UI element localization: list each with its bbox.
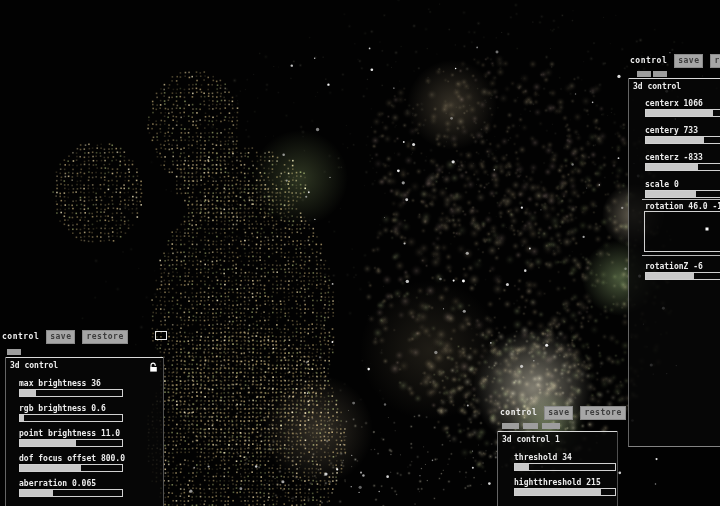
panel-title: 3d control xyxy=(6,357,163,371)
control-bar-label: control xyxy=(2,332,39,341)
slider-track[interactable] xyxy=(19,464,123,472)
slider-fill[interactable] xyxy=(646,110,713,116)
panel-tab-icon[interactable] xyxy=(653,71,667,77)
app-viewport: control save restore 3d control centerx … xyxy=(0,0,720,506)
slider-label: centerx 1066 xyxy=(645,99,720,108)
panel-title: 3d control 1 xyxy=(498,431,617,445)
control-bar-bottom-left: control save restore xyxy=(2,330,128,344)
divider xyxy=(642,199,720,200)
slider-fill[interactable] xyxy=(20,390,36,396)
slider-aberration: aberration 0.065 xyxy=(16,479,123,497)
slider-scale: scale 0 xyxy=(642,180,720,198)
slider-track[interactable] xyxy=(19,414,123,422)
save-button[interactable]: save xyxy=(674,54,703,68)
panel-3d-control-left: 3d control max brightness 36 rgb brightn… xyxy=(5,357,164,506)
slider-track[interactable] xyxy=(514,463,616,471)
control-bar-top-right: control save restore xyxy=(630,54,720,68)
slider-label: rotation 46.0 -13 xyxy=(645,202,720,211)
control-bar-bottom-mid: control save restore xyxy=(500,406,626,420)
restore-button[interactable]: restore xyxy=(710,54,720,68)
slider-centery: centery 733 xyxy=(642,126,720,144)
slider-dof-focus-offset: dof focus offset 800.0 xyxy=(16,454,125,472)
slider-fill[interactable] xyxy=(646,191,696,197)
restore-button[interactable]: restore xyxy=(580,406,625,420)
slider-max-brightness: max brightness 36 xyxy=(16,379,123,397)
slider-track[interactable] xyxy=(19,439,123,447)
collapse-box-icon[interactable] xyxy=(155,331,167,340)
panel-tab-icon[interactable] xyxy=(502,423,519,429)
slider-track[interactable] xyxy=(645,272,720,280)
slider-centerx: centerx 1066 xyxy=(642,99,720,117)
slider-point-brightness: point brightness 11.0 xyxy=(16,429,123,447)
slider-fill[interactable] xyxy=(20,440,76,446)
slider-hightthreshold: hightthreshold 215 xyxy=(511,478,616,496)
slider-label: threshold 34 xyxy=(514,453,616,462)
slider-threshold: threshold 34 xyxy=(511,453,616,471)
slider-label: aberration 0.065 xyxy=(19,479,123,488)
slider-fill[interactable] xyxy=(20,490,53,496)
slider-label: centery 733 xyxy=(645,126,720,135)
panel-3d-control-right: 3d control centerx 1066 centery 733 cent… xyxy=(628,78,720,447)
slider-fill[interactable] xyxy=(646,273,694,279)
slider-fill[interactable] xyxy=(20,465,81,471)
save-button[interactable]: save xyxy=(46,330,75,344)
slider-fill[interactable] xyxy=(515,464,529,470)
slider-label: hightthreshold 215 xyxy=(514,478,616,487)
slider-fill[interactable] xyxy=(646,137,704,143)
panel-tab-icon[interactable] xyxy=(523,423,538,429)
slider-label: max brightness 36 xyxy=(19,379,123,388)
divider xyxy=(642,255,720,256)
slider-fill[interactable] xyxy=(646,164,698,170)
slider-centerz: centerz -833 xyxy=(642,153,720,171)
slider-track[interactable] xyxy=(645,163,720,171)
slider-rgb-brightness: rgb brightness 0.6 xyxy=(16,404,123,422)
save-button[interactable]: save xyxy=(544,406,573,420)
slider-track[interactable] xyxy=(645,136,720,144)
rotation-2d-pad[interactable] xyxy=(644,211,720,252)
lock-icon[interactable] xyxy=(148,362,159,373)
slider-label: centerz -833 xyxy=(645,153,720,162)
panel-tab-icon[interactable] xyxy=(637,71,651,77)
control-bar-label: control xyxy=(630,56,667,65)
slider-track[interactable] xyxy=(645,190,720,198)
slider-label: rotationZ -6 xyxy=(645,262,720,271)
slider-track[interactable] xyxy=(645,109,720,117)
slider-track[interactable] xyxy=(19,489,123,497)
slider-label: point brightness 11.0 xyxy=(19,429,123,438)
panel-3d-control-1: 3d control 1 threshold 34 hightthreshold… xyxy=(497,431,618,506)
control-bar-label: control xyxy=(500,408,537,417)
slider-label: scale 0 xyxy=(645,180,720,189)
restore-button[interactable]: restore xyxy=(82,330,127,344)
slider-fill[interactable] xyxy=(515,489,601,495)
panel-tab-icon[interactable] xyxy=(7,349,21,355)
panel-title: 3d control xyxy=(629,78,720,92)
slider-rotationz: rotationZ -6 xyxy=(642,262,720,280)
slider-fill[interactable] xyxy=(20,415,24,421)
slider-label: rgb brightness 0.6 xyxy=(19,404,123,413)
panel-tab-icon[interactable] xyxy=(542,423,560,429)
slider-track[interactable] xyxy=(514,488,616,496)
pad-cursor-dot[interactable] xyxy=(706,227,709,230)
slider-label: dof focus offset 800.0 xyxy=(19,454,125,463)
slider-track[interactable] xyxy=(19,389,123,397)
